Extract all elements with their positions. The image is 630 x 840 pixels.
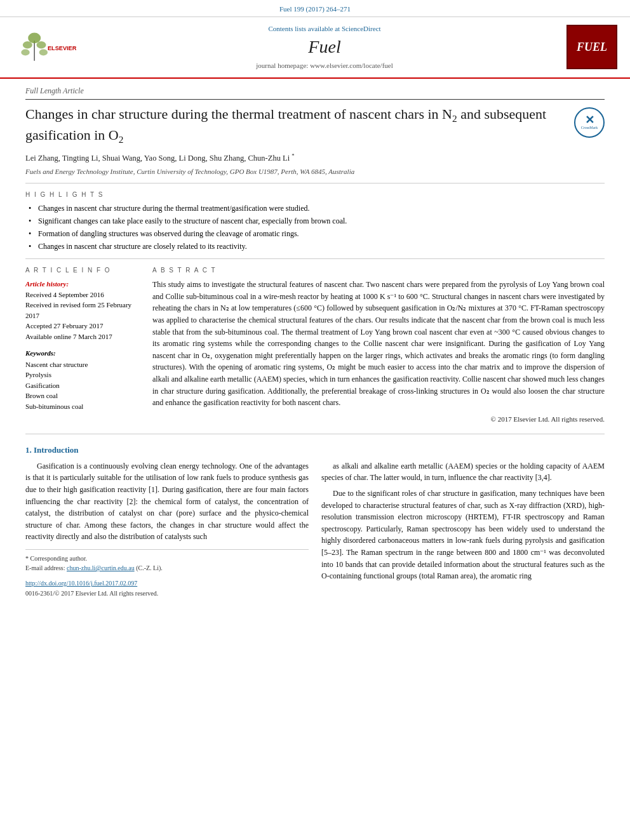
article-title-text: Changes in char structure during the the…: [25, 105, 574, 147]
svg-text:ELSEVIER: ELSEVIER: [48, 45, 77, 51]
issn-note: 0016-2361/© 2017 Elsevier Ltd. All right…: [25, 589, 309, 598]
journal-title: Fuel: [83, 34, 566, 60]
article-history: Article history: Received 4 September 20…: [25, 279, 140, 342]
divider-2: [25, 258, 605, 259]
corresponding-mark: *: [292, 152, 294, 159]
article-info-col: A R T I C L E I N F O Article history: R…: [25, 265, 140, 424]
available-date: Available online 7 March 2017: [25, 333, 112, 340]
received-revised-date: Received in revised form 25 February 201…: [25, 301, 131, 319]
svg-point-3: [23, 41, 32, 48]
svg-point-4: [37, 41, 46, 48]
highlights-list: Changes in nascent char structure during…: [25, 203, 605, 252]
highlight-item: Significant changes can take place easil…: [29, 215, 605, 227]
fuel-logo: FUEL: [566, 25, 617, 69]
info-abstract-section: A R T I C L E I N F O Article history: R…: [25, 265, 605, 424]
keyword-5: Sub-bituminous coal: [25, 401, 140, 412]
intro-number: 1.: [25, 445, 32, 455]
abstract-text: This study aims to investigate the struc…: [152, 279, 605, 409]
intro-left-text: Gasification is a continuously evolving …: [25, 460, 309, 543]
doi-link[interactable]: http://dx.doi.org/10.1016/j.fuel.2017.02…: [25, 580, 137, 587]
intro-para-right-2: Due to the significant roles of char str…: [321, 488, 605, 582]
intro-left-col: Gasification is a continuously evolving …: [25, 460, 309, 599]
accepted-date: Accepted 27 February 2017: [25, 322, 104, 330]
keywords-section: Keywords: Nascent char structure Pyrolys…: [25, 347, 140, 411]
abstract-label: A B S T R A C T: [152, 265, 605, 275]
affiliation: Fuels and Energy Technology Institute, C…: [25, 166, 605, 177]
keyword-4: Brown coal: [25, 390, 140, 401]
elsevier-logo-svg: ELSEVIER: [16, 30, 79, 65]
highlights-section: H I G H L I G H T S Changes in nascent c…: [25, 190, 605, 252]
copyright: © 2017 Elsevier Ltd. All rights reserved…: [152, 414, 605, 425]
doi-area: http://dx.doi.org/10.1016/j.fuel.2017.02…: [25, 577, 309, 589]
email-attribution: (C.-Z. Li).: [136, 564, 163, 571]
abstract-col: A B S T R A C T This study aims to inves…: [152, 265, 605, 424]
page: Fuel 199 (2017) 264–271 ELSEVIER Cont: [0, 0, 630, 840]
elsevier-logo: ELSEVIER: [13, 30, 83, 65]
crossmark-badge[interactable]: ✕ CrossMark: [574, 107, 605, 138]
crossmark-label: CrossMark: [581, 126, 598, 130]
divider-1: [25, 183, 605, 183]
email-label: E-mail address:: [25, 564, 65, 571]
journal-ref-bar: Fuel 199 (2017) 264–271: [0, 0, 630, 17]
intro-para-right-1: as alkali and alkaline earth metallic (A…: [321, 460, 605, 484]
keyword-2: Pyrolysis: [25, 370, 140, 380]
svg-point-6: [39, 49, 48, 55]
keywords-label: Keywords:: [25, 349, 56, 357]
journal-header: ELSEVIER Contents lists available at Sci…: [0, 17, 630, 79]
article-title-block: Changes in char structure during the the…: [25, 105, 605, 147]
highlight-item: Changes in nascent char structure are cl…: [29, 241, 605, 252]
journal-ref: Fuel 199 (2017) 264–271: [279, 5, 351, 13]
corresponding-text: * Corresponding author.: [25, 555, 87, 562]
intro-columns: Gasification is a continuously evolving …: [25, 460, 605, 599]
authors-text: Lei Zhang, Tingting Li, Shuai Wang, Yao …: [25, 154, 290, 163]
intro-para-1: Gasification is a continuously evolving …: [25, 460, 309, 543]
highlight-item: Changes in nascent char structure during…: [29, 203, 605, 214]
divider-3: [25, 434, 605, 434]
highlight-item: Formation of dangling structures was obs…: [29, 228, 605, 239]
intro-right-col: as alkali and alkaline earth metallic (A…: [321, 460, 605, 599]
journal-header-center: Contents lists available at ScienceDirec…: [83, 23, 566, 71]
sciencedirect-label: Contents lists available at ScienceDirec…: [268, 25, 380, 32]
article-info-label: A R T I C L E I N F O: [25, 265, 140, 275]
svg-point-5: [21, 49, 29, 55]
authors: Lei Zhang, Tingting Li, Shuai Wang, Yao …: [25, 152, 605, 164]
footnote-area: * Corresponding author. E-mail address: …: [25, 549, 309, 599]
main-content: Full Length Article Changes in char stru…: [0, 79, 630, 611]
keyword-1: Nascent char structure: [25, 359, 140, 370]
intro-right-text: as alkali and alkaline earth metallic (A…: [321, 460, 605, 582]
journal-homepage: journal homepage: www.elsevier.com/locat…: [83, 60, 566, 71]
corresponding-note: * Corresponding author.: [25, 554, 309, 563]
article-type: Full Length Article: [25, 85, 605, 100]
email-link[interactable]: chun-zhu.li@curtin.edu.au: [67, 564, 135, 571]
intro-title: Introduction: [34, 445, 79, 455]
highlights-label: H I G H L I G H T S: [25, 190, 605, 199]
received-date: Received 4 September 2016: [25, 291, 104, 298]
keyword-3: Gasification: [25, 380, 140, 391]
introduction-section: 1. Introduction Gasification is a contin…: [25, 444, 605, 598]
sciencedirect-text: Contents lists available at ScienceDirec…: [83, 23, 566, 34]
email-note: E-mail address: chun-zhu.li@curtin.edu.a…: [25, 563, 309, 573]
introduction-heading: 1. Introduction: [25, 444, 605, 457]
crossmark-cross-icon: ✕: [585, 114, 594, 126]
history-label: Article history:: [25, 279, 140, 290]
